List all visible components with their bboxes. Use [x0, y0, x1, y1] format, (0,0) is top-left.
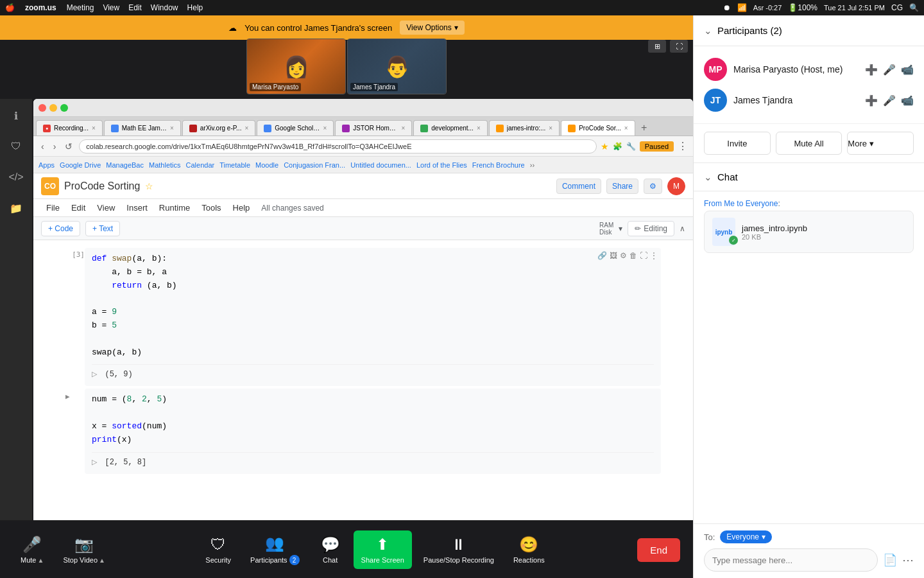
settings-btn[interactable]: ⚙ — [644, 179, 662, 194]
more-options-icon[interactable]: ⋮ — [678, 140, 688, 152]
security-btn[interactable]: 🛡 Security — [198, 530, 239, 569]
chat-chevron-icon[interactable]: ⌄ — [704, 171, 712, 183]
mathletics-bookmark[interactable]: Mathletics — [149, 161, 181, 169]
fullscreen-cell-icon[interactable]: ⛶ — [640, 251, 647, 260]
colab-star-icon[interactable]: ☆ — [145, 181, 153, 191]
tab-procode[interactable]: ProCode Sor... × — [561, 120, 635, 136]
run-icon[interactable]: ▶ — [65, 392, 70, 401]
add-code-btn[interactable]: + Code — [41, 221, 80, 236]
more-chat-btn[interactable]: ⋯ — [902, 553, 914, 567]
mute-btn[interactable]: 🎤 Mute ▲ — [13, 530, 51, 569]
video-thumb-1[interactable]: 👩 Marisa Paryasto — [246, 39, 346, 94]
menu-file[interactable]: File — [41, 200, 65, 215]
view-options-button[interactable]: View Options ▾ — [400, 21, 464, 35]
sidebar-code-icon[interactable]: </> — [4, 166, 28, 189]
menu-tools[interactable]: Tools — [196, 200, 226, 215]
menu-meeting[interactable]: Meeting — [67, 3, 94, 12]
tab-scholar[interactable]: Google Schols... × — [257, 120, 334, 136]
timetable-bookmark[interactable]: Timetable — [219, 161, 250, 169]
new-tab-btn[interactable]: + — [637, 120, 652, 136]
james-mic-icon[interactable]: 🎤 — [883, 94, 896, 107]
james-video-icon[interactable]: 📹 — [901, 94, 914, 107]
menu-edit[interactable]: Edit — [128, 3, 142, 12]
maximize-btn[interactable] — [60, 104, 68, 112]
stop-video-btn[interactable]: 📷 Stop Video ▲ — [55, 530, 113, 569]
extensions-icon[interactable]: 🧩 — [613, 142, 622, 151]
gdrive-bookmark[interactable]: Google Drive — [60, 161, 101, 169]
file-attach-btn[interactable]: 📄 — [883, 553, 897, 567]
marisa-add-icon[interactable]: ➕ — [865, 64, 878, 76]
invite-btn[interactable]: Invite — [704, 132, 771, 155]
share-screen-btn[interactable]: ⬆ Share Screen — [354, 530, 412, 569]
marisa-mic-icon[interactable]: 🎤 — [883, 64, 896, 76]
tab-close-recording[interactable]: × — [92, 125, 96, 132]
tab-close-dev[interactable]: × — [477, 125, 481, 132]
back-btn[interactable]: ‹ — [38, 140, 47, 153]
flies-bookmark[interactable]: Lord of the Flies — [416, 161, 467, 169]
more-btn[interactable]: More ▾ — [847, 132, 914, 155]
menu-runtime[interactable]: Runtime — [154, 200, 195, 215]
more-bookmarks[interactable]: ›› — [530, 161, 535, 169]
moodle-bookmark[interactable]: Moodle — [255, 161, 278, 169]
french-bookmark[interactable]: French Brochure — [472, 161, 525, 169]
add-text-btn[interactable]: + Text — [85, 221, 120, 236]
participants-chevron-icon[interactable]: ⌄ — [704, 25, 712, 37]
img-icon[interactable]: 🖼 — [610, 251, 617, 260]
address-bar[interactable]: colab.research.google.com/drive/1kxTmAEq… — [79, 139, 596, 153]
recording-btn[interactable]: ⏸ Pause/Stop Recording — [416, 530, 502, 569]
menu-edit[interactable]: Edit — [66, 200, 90, 215]
calendar-bookmark[interactable]: Calendar — [186, 161, 215, 169]
app-name[interactable]: zoom.us — [25, 3, 56, 12]
sidebar-info-icon[interactable]: ℹ — [4, 104, 28, 127]
bookmark-star[interactable]: ★ — [601, 141, 609, 152]
menu-view[interactable]: View — [103, 3, 119, 12]
apps-bookmark[interactable]: Apps — [38, 161, 55, 169]
chat-input[interactable] — [704, 548, 878, 572]
resources-chevron[interactable]: ▾ — [619, 224, 622, 233]
tab-dev[interactable]: development... × — [413, 120, 487, 136]
end-btn[interactable]: End — [637, 538, 680, 562]
settings-icon[interactable]: ⚙ — [620, 251, 627, 260]
trash-icon[interactable]: 🗑 — [629, 251, 637, 260]
forward-btn[interactable]: › — [51, 140, 59, 153]
tab-close-james[interactable]: × — [549, 125, 552, 132]
marisa-video-icon[interactable]: 📹 — [901, 64, 914, 76]
participants-btn[interactable]: 👥 Participants 2 — [243, 529, 307, 570]
tab-close-arxiv[interactable]: × — [244, 125, 248, 132]
close-btn[interactable] — [38, 104, 46, 112]
to-everyone-selector[interactable]: Everyone ▾ — [720, 530, 772, 543]
account-btn[interactable]: M — [667, 177, 685, 195]
tab-math[interactable]: Math EE Jame... × — [104, 120, 181, 136]
tab-recording[interactable]: ● Recording... × — [36, 120, 103, 136]
video-thumb-2[interactable]: 👨 James Tjandra — [347, 39, 447, 94]
collapse-btn[interactable]: ∧ — [680, 224, 685, 233]
comment-btn[interactable]: Comment — [556, 179, 601, 194]
grid-view-btn[interactable]: ⊞ — [648, 40, 666, 53]
apple-menu[interactable]: 🍎 — [5, 3, 15, 12]
managebac-bookmark[interactable]: ManageBac — [106, 161, 144, 169]
menu-window[interactable]: Window — [151, 3, 178, 12]
chat-btn[interactable]: 💬 Chat — [311, 530, 350, 569]
tab-jstor[interactable]: JSTOR Home... × — [335, 120, 412, 136]
editing-btn[interactable]: ✏ Editing — [628, 221, 674, 236]
spotlight-icon[interactable]: 🔍 — [909, 3, 919, 12]
tab-close-scholar[interactable]: × — [323, 125, 327, 132]
more-cell-icon[interactable]: ⋮ — [650, 251, 658, 260]
menu-help[interactable]: Help — [228, 200, 255, 215]
reload-btn[interactable]: ↺ — [62, 140, 75, 153]
sidebar-folder-icon[interactable]: 📁 — [4, 197, 28, 220]
ext2-icon[interactable]: 🔧 — [626, 142, 636, 151]
tab-close-procode[interactable]: × — [624, 125, 628, 132]
menu-insert[interactable]: Insert — [121, 200, 153, 215]
cell-body-1[interactable]: def swap(a, b): a, b = b, a return (a, b… — [85, 248, 661, 386]
tab-close-math[interactable]: × — [170, 125, 174, 132]
sidebar-shield-icon[interactable]: 🛡 — [4, 135, 28, 158]
conjugasion-bookmark[interactable]: Conjugasion Fran... — [284, 161, 345, 169]
reactions-btn[interactable]: 😊 Reactions — [506, 530, 552, 569]
tab-arxiv[interactable]: arXiv.org e-P... × — [182, 120, 256, 136]
minimize-btn[interactable] — [49, 104, 57, 112]
james-add-icon[interactable]: ➕ — [865, 94, 878, 107]
mute-all-btn[interactable]: Mute All — [776, 132, 843, 155]
menu-view[interactable]: View — [92, 200, 120, 215]
tab-james[interactable]: james-intro:... × — [489, 120, 560, 136]
